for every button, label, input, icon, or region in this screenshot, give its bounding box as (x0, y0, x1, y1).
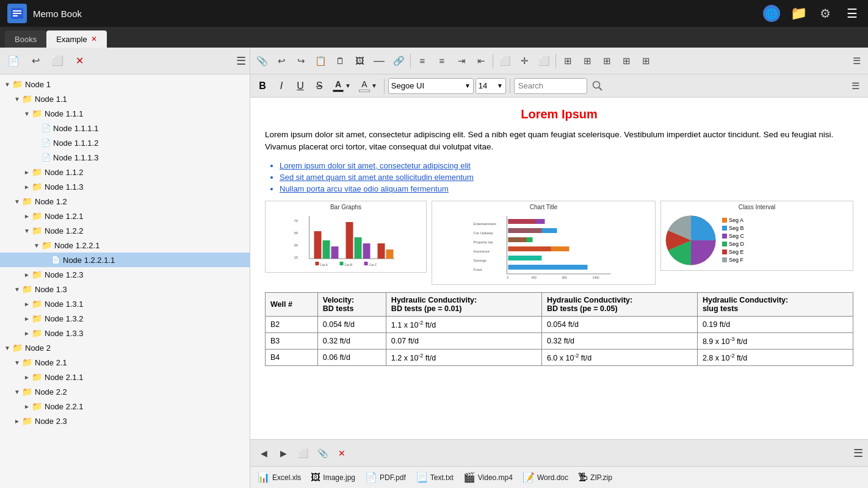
tree-item-n1.2[interactable]: 📁Node 1.2 (0, 194, 250, 209)
attachment-Videomp4[interactable]: 🎬Video.mp4 (463, 472, 513, 483)
attachment-PDFpdf[interactable]: 📄PDF.pdf (365, 472, 406, 483)
bottom-bar-menu[interactable]: ☰ (853, 447, 863, 460)
highlight-color-btn[interactable]: A ▼ (356, 77, 380, 95)
tree-item-n1.3[interactable]: 📁Node 1.3 (0, 282, 250, 296)
tree-arrow-n1.2.2[interactable] (22, 228, 32, 234)
tree-arrow-n1.2.2.1[interactable] (32, 242, 42, 249)
attachment-ZIPzip[interactable]: 🗜ZIP.zip (578, 472, 612, 483)
table-btn1[interactable]: ⊞ (559, 52, 577, 70)
tab-example[interactable]: Example ✕ (46, 30, 107, 48)
tree-item-n1.1[interactable]: 📁Node 1.1 (0, 92, 250, 106)
attachment-Worddoc[interactable]: 📝Word.doc (523, 472, 568, 483)
tree-arrow-n1.3.3[interactable] (22, 330, 32, 337)
tree-arrow-n2.1.1[interactable] (22, 374, 32, 381)
tree-item-n2[interactable]: 📁Node 2 (0, 340, 250, 355)
attachment-Texttxt[interactable]: 📃Text.txt (416, 472, 454, 483)
top-toolbar-menu[interactable]: ☰ (847, 52, 866, 70)
tree-item-n2.1[interactable]: 📁Node 2.1 (0, 355, 250, 370)
font-size-select[interactable]: 14 ▼ (476, 78, 506, 94)
tab-example-close[interactable]: ✕ (91, 35, 97, 43)
tree-arrow-n1.1.1[interactable] (22, 110, 32, 117)
tree-item-n2.2[interactable]: 📁Node 2.2 (0, 384, 250, 399)
tree-item-n1.1.2[interactable]: 📁Node 1.1.2 (0, 165, 250, 179)
tree-item-n1.2.2[interactable]: 📁Node 1.2.2 (0, 223, 250, 238)
tree-item-n1.1.1.2[interactable]: 📄Node 1.1.1.2 (0, 135, 250, 150)
bullet-link-3[interactable]: Nullam porta arcu vitae odio aliquam fer… (280, 184, 853, 193)
indent-btn[interactable]: ⬜ (48, 51, 67, 71)
delete-btn[interactable]: ✕ (70, 51, 89, 71)
tree-item-n1.2.2.1[interactable]: 📁Node 1.2.2.1 (0, 238, 250, 253)
table-btn3[interactable]: ⊞ (598, 52, 616, 70)
table-btn2[interactable]: ⊞ (578, 52, 596, 70)
tree-item-n1.3.1[interactable]: 📁Node 1.3.1 (0, 296, 250, 311)
indent-right-btn[interactable]: ⇥ (452, 52, 471, 70)
indent-left-btn[interactable]: ⇤ (472, 52, 490, 70)
bullet-link-1[interactable]: Lorem ipsum dolor sit amet, consectetur … (280, 161, 853, 170)
paste-btn[interactable]: 🗒 (331, 52, 349, 70)
italic-btn[interactable]: I (273, 77, 290, 95)
split-btn[interactable]: ✛ (515, 52, 533, 70)
tree-arrow-n1.2.1[interactable] (22, 213, 32, 220)
tree-item-n1.1.1[interactable]: 📁Node 1.1.1 (0, 106, 250, 121)
tree-item-n1.2.3[interactable]: 📁Node 1.2.3 (0, 267, 250, 282)
attachment-Imagejpg[interactable]: 🖼Image.jpg (311, 472, 355, 483)
tree-arrow-n1[interactable] (2, 81, 12, 88)
bullet-link-2[interactable]: Sed sit amet quam sit amet ante sollicit… (280, 173, 853, 182)
tree-item-n1.3.2[interactable]: 📁Node 1.3.2 (0, 311, 250, 326)
nav-fwd-btn[interactable]: ▶ (275, 445, 292, 462)
tree-arrow-n1.3.2[interactable] (22, 315, 32, 322)
left-toolbar-menu[interactable]: ☰ (236, 54, 246, 68)
tree-arrow-n1.3.1[interactable] (22, 301, 32, 307)
bottom-view-btn[interactable]: ⬜ (294, 445, 311, 462)
tree-item-n2.2.1[interactable]: 📁Node 2.2.1 (0, 399, 250, 414)
tree-arrow-n1.3[interactable] (12, 286, 22, 293)
nav-back-btn[interactable]: ◀ (255, 445, 272, 462)
tree-arrow-n2.2[interactable] (12, 389, 22, 395)
new-doc-btn[interactable]: 📄 (4, 51, 23, 71)
tree-item-n1.1.3[interactable]: 📁Node 1.1.3 (0, 179, 250, 194)
block-btn[interactable]: ⬜ (496, 52, 514, 70)
content-area[interactable]: Lorem Ipsum Lorem ipsum dolor sit amet, … (250, 98, 868, 439)
tree-item-n1[interactable]: 📁Node 1 (0, 77, 250, 92)
tree-item-n1.3.3[interactable]: 📁Node 1.3.3 (0, 326, 250, 340)
bottom-attach-btn[interactable]: 📎 (314, 445, 331, 462)
tree-item-n1.1.1.3[interactable]: 📄Node 1.1.1.3 (0, 150, 250, 165)
undo-btn[interactable]: ↩ (272, 52, 291, 70)
link-btn[interactable]: 🔗 (389, 52, 408, 70)
search-input[interactable] (514, 78, 587, 94)
attachment-Excelxls[interactable]: 📊Excel.xls (258, 472, 301, 483)
move-btn[interactable]: ↩ (26, 51, 45, 71)
tab-books[interactable]: Books (5, 30, 46, 48)
tree-arrow-n1.1[interactable] (12, 96, 22, 102)
tree-arrow-n1.1.2[interactable] (22, 169, 32, 176)
tree-arrow-n2.2.1[interactable] (22, 403, 32, 410)
globe-icon-btn[interactable]: 🌐 (763, 5, 780, 22)
list-unordered-btn[interactable]: ≡ (413, 52, 432, 70)
tree-arrow-n1.2.3[interactable] (22, 271, 32, 278)
underline-btn[interactable]: U (292, 77, 309, 95)
tree-item-n1.2.1[interactable]: 📁Node 1.2.1 (0, 209, 250, 223)
tree-arrow-n2.3[interactable] (12, 418, 22, 425)
redo-btn[interactable]: ↪ (292, 52, 310, 70)
search-button[interactable] (589, 77, 606, 95)
copy-btn[interactable]: 📋 (311, 52, 330, 70)
image-btn[interactable]: 🖼 (350, 52, 369, 70)
tree-arrow-n1.1.3[interactable] (22, 184, 32, 190)
bold-btn[interactable]: B (254, 77, 271, 95)
table-btn4[interactable]: ⊞ (617, 52, 635, 70)
tree-arrow-n2.1[interactable] (12, 359, 22, 366)
font-color-btn[interactable]: A ▼ (330, 77, 354, 95)
attach-btn[interactable]: 📎 (253, 52, 271, 70)
format-toolbar-menu[interactable]: ☰ (846, 77, 864, 95)
bottom-delete-btn[interactable]: ✕ (333, 445, 350, 462)
settings-icon-btn[interactable]: ⚙ (817, 5, 834, 22)
strikethrough-btn[interactable]: S (311, 77, 328, 95)
folder-icon-btn[interactable]: 📁 (790, 5, 807, 22)
tree[interactable]: 📁Node 1📁Node 1.1📁Node 1.1.1📄Node 1.1.1.1… (0, 74, 250, 488)
tree-item-n2.3[interactable]: 📁Node 2.3 (0, 414, 250, 428)
tree-item-n2.1.1[interactable]: 📁Node 2.1.1 (0, 370, 250, 384)
tree-item-n1.2.2.1.1[interactable]: 📄Node 1.2.2.1.1 (0, 253, 250, 267)
hamburger-menu-btn[interactable]: ☰ (844, 5, 861, 22)
merge-btn[interactable]: ⬜ (535, 52, 553, 70)
table-btn5[interactable]: ⊞ (637, 52, 655, 70)
